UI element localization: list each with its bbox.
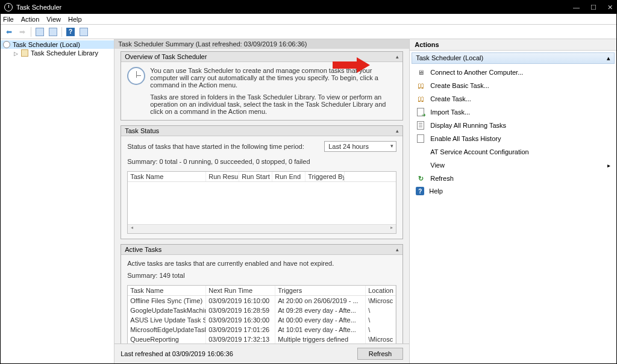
overview-panel: Overview of Task Scheduler ▴ You can use…	[121, 51, 403, 121]
collapse-icon[interactable]: ▴	[396, 128, 399, 134]
action-at-service-account[interactable]: AT Service Account Configuration	[410, 145, 616, 158]
expand-icon[interactable]: ▷	[14, 51, 19, 55]
actions-group-label: Task Scheduler (Local)	[416, 54, 483, 62]
col-triggered-by[interactable]: Triggered By	[305, 172, 345, 181]
actions-header: Actions	[410, 39, 616, 51]
summary-header: Task Scheduler Summary (Last refreshed: …	[114, 39, 409, 49]
active-summary: Summary: 149 total	[127, 272, 396, 279]
close-button[interactable]: ✕	[607, 4, 613, 11]
menu-file[interactable]: File	[3, 16, 14, 23]
active-title: Active Tasks	[125, 246, 161, 253]
footer-bar: Last refreshed at 03/09/2019 16:06:36 Re…	[114, 344, 409, 363]
col-run-start[interactable]: Run Start	[239, 172, 272, 181]
last-refreshed: Last refreshed at 03/09/2019 16:06:36	[121, 350, 233, 357]
action-help[interactable]: ?Help	[410, 185, 616, 197]
collapse-icon: ▴	[607, 54, 610, 62]
create-basic-icon: 🕮	[416, 81, 425, 90]
tree-root-scheduler[interactable]: Task Scheduler (Local)	[1, 40, 114, 49]
maximize-button[interactable]: ☐	[590, 4, 597, 11]
task-status-panel: Task Status ▴ Status of tasks that have …	[121, 125, 403, 239]
collapse-icon[interactable]: ▴	[396, 54, 399, 60]
help-button[interactable]: ?	[64, 26, 77, 38]
status-table: Task Name Run Result Run Start Run End T…	[127, 171, 396, 234]
status-summary: Summary: 0 total - 0 running, 0 succeede…	[127, 158, 396, 165]
status-table-body	[128, 182, 396, 224]
col-run-end[interactable]: Run End	[272, 172, 305, 181]
active-desc: Active tasks are tasks that are currentl…	[127, 260, 396, 267]
refresh-button[interactable]: Refresh	[357, 348, 404, 360]
help-icon: ?	[416, 187, 424, 195]
col-run-result[interactable]: Run Result	[206, 172, 239, 181]
create-task-icon: 🕮	[416, 94, 425, 104]
action-create-task[interactable]: 🕮Create Task...	[410, 92, 616, 105]
active-tasks-panel: Active Tasks ▴ Active tasks are tasks th…	[121, 244, 403, 344]
tree-child-label: Task Scheduler Library	[31, 49, 98, 57]
table-row[interactable]: GoogleUpdateTaskMachineUA03/09/2019 16:2…	[128, 306, 396, 315]
calendar-button-1[interactable]	[34, 26, 46, 38]
minimize-button[interactable]: —	[573, 4, 580, 11]
navigation-tree: Task Scheduler (Local) ▷ Task Scheduler …	[1, 39, 114, 363]
library-icon	[21, 49, 28, 57]
window-title: Task Scheduler	[16, 4, 61, 11]
list-icon	[416, 121, 425, 130]
status-hscroll[interactable]	[128, 224, 396, 233]
app-icon	[4, 3, 13, 11]
task-status-title: Task Status	[125, 127, 159, 134]
overview-text-1: You can use Task Scheduler to create and…	[127, 67, 396, 89]
menu-view[interactable]: View	[46, 16, 61, 23]
menu-help[interactable]: Help	[68, 16, 82, 23]
calendar-button-3[interactable]	[78, 26, 90, 38]
title-bar: Task Scheduler — ☐ ✕	[1, 1, 616, 14]
collapse-icon[interactable]: ▴	[396, 246, 399, 253]
action-connect-another-computer[interactable]: 🖥Connect to Another Computer...	[410, 66, 616, 79]
col-triggers[interactable]: Triggers	[275, 286, 366, 295]
col-next-run-time[interactable]: Next Run Time	[206, 286, 275, 295]
history-icon	[416, 134, 425, 143]
back-button[interactable]	[3, 26, 15, 38]
table-row[interactable]: MicrosoftEdgeUpdateTaskMachine...03/09/2…	[128, 325, 396, 334]
col-task-name[interactable]: Task Name	[128, 286, 206, 295]
blank-icon	[416, 160, 425, 170]
tree-child-library[interactable]: ▷ Task Scheduler Library	[1, 49, 114, 57]
computer-icon: 🖥	[416, 67, 425, 77]
action-enable-tasks-history[interactable]: Enable All Tasks History	[410, 132, 616, 145]
status-period-label: Status of tasks that have started in the…	[127, 143, 304, 150]
refresh-icon	[416, 174, 425, 183]
action-refresh[interactable]: Refresh	[410, 172, 616, 185]
period-select[interactable]: Last 24 hours	[324, 141, 396, 152]
calendar-button-2[interactable]	[47, 26, 59, 38]
toolbar: ?	[1, 25, 616, 39]
col-task-name[interactable]: Task Name	[128, 172, 206, 181]
center-pane: Task Scheduler Summary (Last refreshed: …	[114, 39, 410, 363]
scheduler-icon	[3, 41, 10, 48]
tree-root-label: Task Scheduler (Local)	[13, 41, 80, 48]
menu-action[interactable]: Action	[21, 16, 40, 23]
submenu-icon: ▸	[607, 162, 610, 169]
table-row[interactable]: Offline Files Sync (Time)03/09/2019 16:1…	[128, 296, 396, 306]
overview-title: Overview of Task Scheduler	[125, 53, 207, 60]
action-import-task[interactable]: Import Task...	[410, 105, 616, 119]
actions-group[interactable]: Task Scheduler (Local) ▴	[412, 52, 615, 64]
blank-icon	[416, 147, 425, 157]
table-row[interactable]: QueueReporting03/09/2019 17:32:13Multipl…	[128, 334, 396, 344]
active-table-body[interactable]: Offline Files Sync (Time)03/09/2019 16:1…	[128, 296, 396, 344]
overview-text-2: Tasks are stored in folders in the Task …	[127, 93, 396, 115]
active-table: Task Name Next Run Time Triggers Locatio…	[127, 285, 396, 344]
table-row[interactable]: ASUS Live Update Task Schedule03/09/2019…	[128, 315, 396, 325]
action-create-basic-task[interactable]: 🕮Create Basic Task...	[410, 79, 616, 92]
forward-button	[16, 26, 28, 38]
actions-pane: Actions Task Scheduler (Local) ▴ 🖥Connec…	[410, 39, 616, 363]
import-icon	[416, 107, 425, 117]
action-view[interactable]: View▸	[410, 158, 616, 172]
action-display-running-tasks[interactable]: Display All Running Tasks	[410, 119, 616, 132]
col-location[interactable]: Location	[366, 286, 396, 295]
menu-bar: File Action View Help	[1, 14, 616, 25]
